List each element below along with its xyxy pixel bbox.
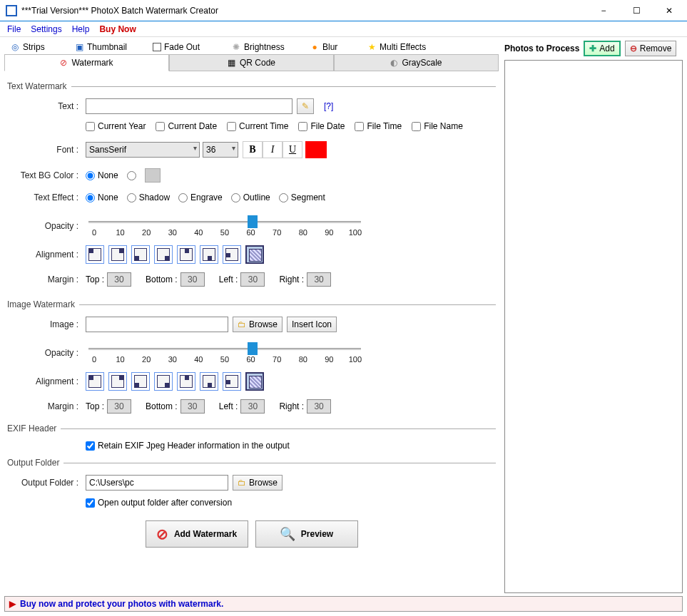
- tab-strips[interactable]: ◎Strips: [4, 42, 68, 52]
- img-align-tc[interactable]: [177, 372, 195, 391]
- effect-none[interactable]: None: [86, 192, 118, 202]
- output-folder-input[interactable]: [86, 475, 228, 491]
- minus-icon: ⊖: [630, 43, 637, 53]
- align-br[interactable]: [154, 245, 173, 264]
- menu-file[interactable]: File: [7, 24, 21, 34]
- bottom-label: Bottom :: [146, 274, 178, 284]
- effect-label: Text Effect :: [7, 192, 86, 202]
- retain-exif-checkbox[interactable]: Retain EXIF Jpeg Header information in t…: [86, 441, 290, 451]
- check-current-year[interactable]: Current Year: [86, 121, 146, 131]
- text-input[interactable]: [86, 98, 292, 114]
- thumbnail-icon: ▣: [74, 42, 84, 52]
- effect-segment[interactable]: Segment: [279, 192, 325, 202]
- align-center[interactable]: [245, 245, 264, 264]
- tab-qrcode[interactable]: ▦QR Code: [169, 54, 334, 71]
- arrow-icon: ▶: [9, 599, 16, 609]
- group-exif: EXIF Header: [7, 423, 496, 433]
- effect-shadow[interactable]: Shadow: [127, 192, 170, 202]
- text-var-button[interactable]: ✎: [297, 98, 314, 114]
- close-button[interactable]: ✕: [653, 1, 686, 21]
- left-label: Left :: [219, 274, 238, 284]
- italic-button[interactable]: I: [263, 141, 283, 158]
- top-label: Top :: [86, 401, 104, 411]
- font-size-select[interactable]: 36: [203, 142, 238, 158]
- fadeout-icon: [153, 43, 161, 51]
- slider-thumb[interactable]: [248, 342, 258, 355]
- add-watermark-icon: ⊘: [156, 525, 168, 543]
- effect-outline[interactable]: Outline: [231, 192, 270, 202]
- photos-listbox[interactable]: [504, 60, 683, 593]
- tab-thumbnail[interactable]: ▣Thumbnail: [68, 42, 147, 52]
- image-opacity-slider[interactable]: [86, 342, 364, 355]
- menubar: File Settings Help Buy Now: [0, 21, 687, 37]
- menu-help[interactable]: Help: [72, 24, 90, 34]
- bgcolor-color-radio[interactable]: [127, 171, 136, 180]
- check-file-date[interactable]: File Date: [298, 121, 345, 131]
- slider-thumb[interactable]: [248, 215, 258, 228]
- menu-buy-now[interactable]: Buy Now: [99, 24, 136, 34]
- add-photo-button[interactable]: ✚Add: [584, 41, 620, 56]
- minimize-button[interactable]: −: [587, 1, 620, 21]
- image-label: Image :: [7, 319, 86, 329]
- footer-message[interactable]: Buy now and protect your photos with wat…: [20, 599, 223, 609]
- tab-blur[interactable]: ●Blur: [304, 42, 361, 52]
- image-input[interactable]: [86, 317, 228, 332]
- menu-settings[interactable]: Settings: [31, 24, 61, 34]
- output-folder-label: Output Folder :: [7, 478, 86, 488]
- insert-icon-button[interactable]: Insert Icon: [287, 317, 337, 332]
- tab-multi[interactable]: ★Multi Effects: [361, 42, 447, 52]
- img-align-ml[interactable]: [223, 372, 241, 391]
- left-label: Left :: [219, 401, 238, 411]
- left-panel: ◎Strips ▣Thumbnail Fade Out ✺Brightness …: [4, 40, 499, 595]
- img-align-center[interactable]: [245, 372, 264, 391]
- img-align-br[interactable]: [154, 372, 173, 391]
- tab-watermark[interactable]: ⊘Watermark: [4, 54, 169, 71]
- maximize-button[interactable]: ☐: [620, 1, 653, 21]
- check-file-name[interactable]: File Name: [412, 121, 463, 131]
- font-select[interactable]: SansSerif: [86, 142, 200, 158]
- plus-icon: ✚: [589, 43, 596, 53]
- tab-brightness[interactable]: ✺Brightness: [225, 42, 304, 52]
- bgcolor-none-radio[interactable]: None: [86, 170, 118, 180]
- effect-engrave[interactable]: Engrave: [178, 192, 223, 202]
- align-tr[interactable]: [108, 245, 127, 264]
- align-bl[interactable]: [131, 245, 150, 264]
- search-icon: 🔍: [280, 526, 295, 542]
- top-label: Top :: [86, 274, 104, 284]
- bold-button[interactable]: B: [243, 141, 263, 158]
- check-file-time[interactable]: File Time: [355, 121, 402, 131]
- text-help-link[interactable]: [?]: [324, 101, 333, 111]
- margin-right-input: [307, 272, 331, 287]
- tab-grayscale[interactable]: ◐GrayScale: [334, 54, 499, 71]
- img-align-tr[interactable]: [108, 372, 127, 391]
- check-current-date[interactable]: Current Date: [156, 121, 217, 131]
- align-bc[interactable]: [200, 245, 218, 264]
- tab-fadeout[interactable]: Fade Out: [147, 42, 225, 52]
- align-tl[interactable]: [86, 245, 104, 264]
- blur-icon: ●: [310, 42, 320, 52]
- bgcolor-swatch[interactable]: [145, 168, 161, 183]
- text-opacity-slider[interactable]: [86, 215, 364, 228]
- text-label: Text :: [7, 101, 86, 111]
- right-label: Right :: [279, 401, 304, 411]
- img-align-tl[interactable]: [86, 372, 104, 391]
- output-browse-button[interactable]: 🗀Browse: [233, 475, 283, 491]
- img-alignment-label: Alignment :: [7, 376, 86, 386]
- grayscale-icon: ◐: [390, 58, 397, 68]
- img-align-bl[interactable]: [131, 372, 150, 391]
- align-ml[interactable]: [223, 245, 241, 264]
- strips-icon: ◎: [10, 42, 20, 52]
- remove-photo-button[interactable]: ⊖Remove: [625, 41, 677, 56]
- add-watermark-button[interactable]: ⊘Add Watermark: [146, 520, 248, 548]
- watermark-icon: ⊘: [60, 58, 67, 68]
- text-color-button[interactable]: [305, 141, 327, 158]
- preview-button[interactable]: 🔍Preview: [255, 520, 358, 548]
- check-current-time[interactable]: Current Time: [227, 121, 288, 131]
- align-tc[interactable]: [177, 245, 195, 264]
- star-icon: ★: [367, 42, 377, 52]
- image-browse-button[interactable]: 🗀Browse: [233, 317, 283, 332]
- img-align-bc[interactable]: [200, 372, 218, 391]
- underline-button[interactable]: U: [283, 141, 302, 158]
- bottom-label: Bottom :: [146, 401, 178, 411]
- open-output-checkbox[interactable]: Open output folder after conversion: [86, 498, 232, 508]
